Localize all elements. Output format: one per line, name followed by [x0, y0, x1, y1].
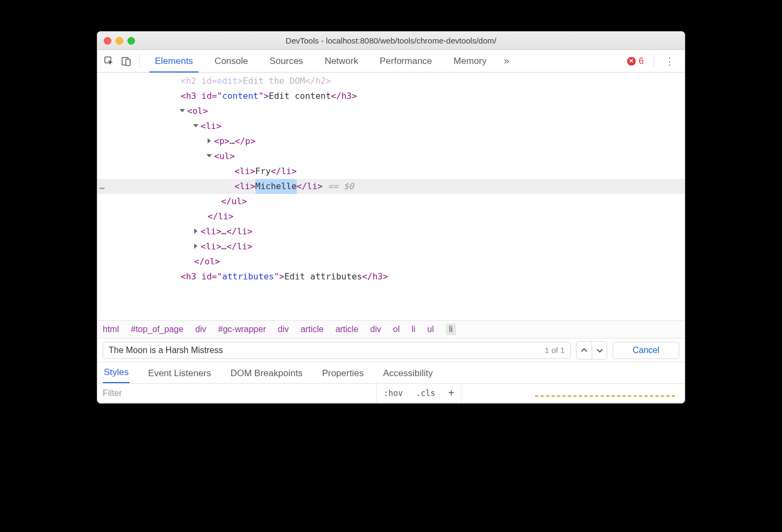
dom-row[interactable]: <h3 id="content">Edit content</h3>: [97, 89, 685, 104]
separator: [139, 55, 140, 68]
search-bar: The Moon is a Harsh Mistress 1 of 1 Canc…: [97, 339, 685, 362]
expand-toggle-icon[interactable]: [208, 138, 211, 143]
element-style-box: [535, 396, 675, 398]
dom-row[interactable]: <h3 id="attributes">Edit attributes</h3>: [97, 269, 685, 284]
crumb[interactable]: #gc-wrapper: [218, 325, 266, 334]
dom-row[interactable]: <li>…</li>: [97, 224, 685, 239]
crumb[interactable]: ul: [427, 325, 433, 334]
expand-toggle-icon[interactable]: [193, 124, 198, 127]
separator: [461, 384, 461, 403]
expand-toggle-icon[interactable]: [180, 109, 185, 112]
kebab-menu-icon[interactable]: ⋮: [659, 55, 680, 67]
editing-text[interactable]: Michelle: [255, 179, 297, 194]
dom-row[interactable]: <ol>: [97, 104, 685, 119]
crumb-current[interactable]: li: [446, 323, 456, 335]
crumb[interactable]: div: [278, 325, 289, 334]
hov-toggle[interactable]: :hov: [377, 389, 409, 398]
search-steppers: [576, 341, 607, 360]
devtools-window: DevTools - localhost:8080/web/tools/chro…: [97, 31, 685, 404]
dom-row[interactable]: <li>…</li>: [97, 239, 685, 254]
tab-dom-breakpoints[interactable]: DOM Breakpoints: [229, 364, 303, 383]
search-count: 1 of 1: [545, 346, 565, 355]
dom-row[interactable]: <li>Fry</li>: [97, 164, 685, 179]
dom-row[interactable]: <li>: [97, 119, 685, 134]
titlebar: DevTools - localhost:8080/web/tools/chro…: [97, 32, 685, 50]
dom-row[interactable]: <h2 id=edit>Edit the DOM</h2>: [97, 74, 685, 89]
tab-sources[interactable]: Sources: [260, 52, 312, 71]
error-badge[interactable]: ✕ 6: [623, 56, 648, 67]
row-actions-icon[interactable]: …: [99, 179, 105, 194]
device-toolbar-icon[interactable]: [119, 54, 134, 69]
cls-toggle[interactable]: .cls: [409, 389, 442, 398]
styles-filter-input[interactable]: Filter: [97, 384, 377, 403]
crumb[interactable]: html: [103, 325, 119, 334]
crumb[interactable]: li: [411, 325, 415, 334]
breadcrumb: html #top_of_page div #gc-wrapper div ar…: [97, 320, 685, 339]
expand-toggle-icon[interactable]: [194, 228, 197, 234]
dom-row[interactable]: </ul>: [97, 194, 685, 209]
tab-properties[interactable]: Properties: [321, 364, 365, 383]
svg-rect-2: [126, 59, 130, 66]
dom-tree[interactable]: <h2 id=edit>Edit the DOM</h2> <h3 id="co…: [97, 73, 685, 320]
crumb[interactable]: div: [370, 325, 381, 334]
error-icon: ✕: [627, 57, 636, 66]
crumb[interactable]: #top_of_page: [131, 325, 183, 334]
crumb[interactable]: ol: [393, 325, 400, 334]
expand-toggle-icon[interactable]: [194, 243, 197, 249]
tab-elements[interactable]: Elements: [145, 52, 203, 71]
dom-row[interactable]: <ul>: [97, 149, 685, 164]
more-tabs-icon[interactable]: »: [499, 55, 515, 67]
main-toolbar: Elements Console Sources Network Perform…: [97, 50, 685, 73]
crumb[interactable]: article: [336, 325, 359, 334]
next-match-icon[interactable]: [592, 342, 607, 359]
separator: [653, 55, 654, 68]
tab-console[interactable]: Console: [205, 52, 258, 71]
filter-placeholder: Filter: [103, 389, 122, 398]
expand-toggle-icon[interactable]: [207, 154, 212, 157]
console-ref: == $0: [323, 179, 354, 194]
styles-filter-row: Filter :hov .cls +: [97, 384, 685, 403]
tab-event-listeners[interactable]: Event Listeners: [147, 364, 212, 383]
inspect-element-icon[interactable]: [102, 54, 117, 69]
window-title: DevTools - localhost:8080/web/tools/chro…: [97, 36, 685, 45]
dom-row-selected[interactable]: … <li>Michelle</li> == $0: [97, 179, 685, 194]
tab-memory[interactable]: Memory: [444, 52, 496, 71]
dom-row[interactable]: <p>…</p>: [97, 134, 685, 149]
prev-match-icon[interactable]: [577, 342, 592, 359]
new-rule-icon[interactable]: +: [442, 387, 461, 399]
tab-accessibility[interactable]: Accessibility: [382, 364, 434, 383]
dom-row[interactable]: </li>: [97, 209, 685, 224]
search-value: The Moon is a Harsh Mistress: [109, 346, 545, 355]
crumb[interactable]: div: [195, 325, 206, 334]
cancel-button[interactable]: Cancel: [613, 342, 679, 359]
dom-row[interactable]: </ol>: [97, 254, 685, 269]
error-count: 6: [639, 56, 644, 67]
styles-tabbar: Styles Event Listeners DOM Breakpoints P…: [97, 362, 685, 384]
crumb[interactable]: article: [301, 325, 324, 334]
tab-performance[interactable]: Performance: [370, 52, 442, 71]
search-input[interactable]: The Moon is a Harsh Mistress 1 of 1: [103, 342, 571, 359]
tab-styles[interactable]: Styles: [103, 363, 130, 383]
tab-network[interactable]: Network: [315, 52, 368, 71]
